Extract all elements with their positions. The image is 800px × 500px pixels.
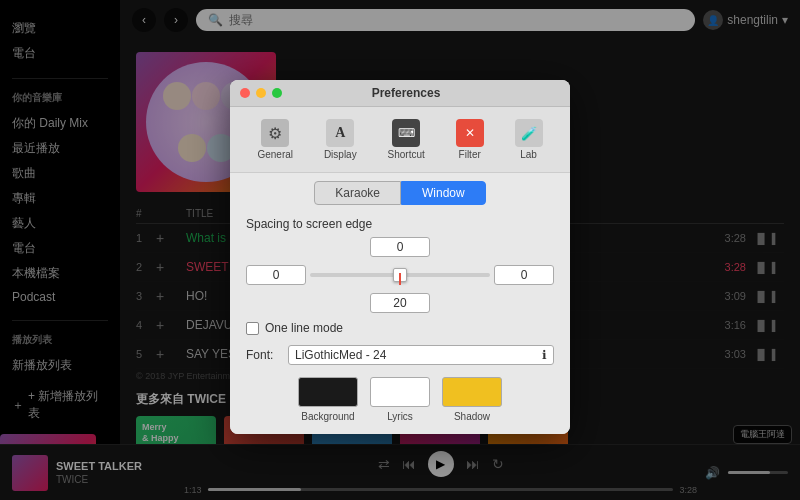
color-background: Background — [298, 377, 358, 422]
toolbar-filter-label: Filter — [459, 149, 481, 160]
font-label: Font: — [246, 348, 282, 362]
modal-toolbar: ⚙ General A Display ⌨ Shortcut ✕ Filter … — [230, 107, 570, 173]
shadow-label: Shadow — [454, 411, 490, 422]
lyrics-swatch[interactable] — [370, 377, 430, 407]
spacing-top-row — [246, 237, 554, 257]
shadow-swatch[interactable] — [442, 377, 502, 407]
modal-title: Preferences — [252, 86, 560, 100]
spacing-bottom-row — [246, 293, 554, 313]
spacing-right-input[interactable] — [494, 265, 554, 285]
toolbar-shortcut[interactable]: ⌨ Shortcut — [380, 115, 433, 164]
lab-icon: 🧪 — [515, 119, 543, 147]
modal-body: Spacing to screen edge One — [230, 205, 570, 434]
spacing-bottom-input[interactable] — [370, 293, 430, 313]
background-swatch[interactable] — [298, 377, 358, 407]
toolbar-lab-label: Lab — [520, 149, 537, 160]
spacing-lr-row — [246, 265, 554, 285]
color-shadow: Shadow — [442, 377, 502, 422]
display-icon: A — [326, 119, 354, 147]
font-select[interactable]: LiGothicMed - 24 ℹ — [288, 345, 554, 365]
filter-icon: ✕ — [456, 119, 484, 147]
slider-line — [399, 273, 401, 285]
one-line-mode-checkbox[interactable] — [246, 322, 259, 335]
color-lyrics: Lyrics — [370, 377, 430, 422]
one-line-mode-row: One line mode — [246, 321, 554, 335]
tab-window[interactable]: Window — [401, 181, 486, 205]
modal-close-button[interactable] — [240, 88, 250, 98]
background-label: Background — [301, 411, 354, 422]
toolbar-general-label: General — [257, 149, 293, 160]
modal-titlebar: Preferences — [230, 80, 570, 107]
spacing-left-input[interactable] — [246, 265, 306, 285]
preferences-modal: Preferences ⚙ General A Display ⌨ Shortc… — [230, 80, 570, 434]
toolbar-filter[interactable]: ✕ Filter — [448, 115, 492, 164]
spacing-top-input[interactable] — [370, 237, 430, 257]
toolbar-display-label: Display — [324, 149, 357, 160]
spacing-label: Spacing to screen edge — [246, 217, 554, 231]
modal-overlay[interactable]: Preferences ⚙ General A Display ⌨ Shortc… — [0, 0, 800, 500]
spacing-slider[interactable] — [310, 273, 490, 277]
color-row: Background Lyrics Shadow — [246, 377, 554, 422]
toolbar-lab[interactable]: 🧪 Lab — [507, 115, 551, 164]
font-row: Font: LiGothicMed - 24 ℹ — [246, 345, 554, 365]
tab-karaoke[interactable]: Karaoke — [314, 181, 401, 205]
one-line-mode-label: One line mode — [265, 321, 343, 335]
toolbar-shortcut-label: Shortcut — [388, 149, 425, 160]
general-icon: ⚙ — [261, 119, 289, 147]
shortcut-icon: ⌨ — [392, 119, 420, 147]
modal-content-tabs: Karaoke Window — [230, 173, 570, 205]
font-value: LiGothicMed - 24 — [295, 348, 386, 362]
toolbar-display[interactable]: A Display — [316, 115, 365, 164]
lyrics-label: Lyrics — [387, 411, 413, 422]
font-select-icon: ℹ — [542, 348, 547, 362]
toolbar-general[interactable]: ⚙ General — [249, 115, 301, 164]
